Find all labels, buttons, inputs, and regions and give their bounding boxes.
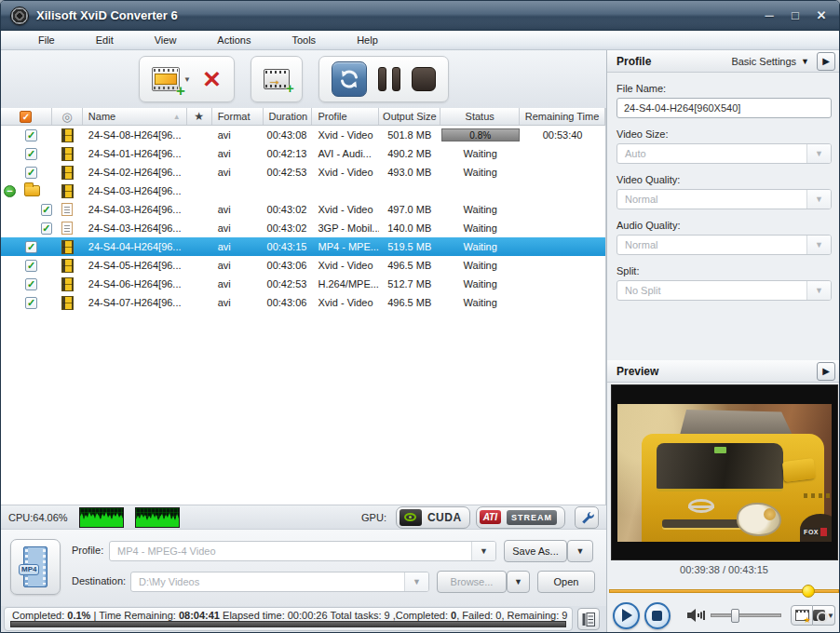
file-name-input[interactable] xyxy=(616,98,832,118)
file-name-label: File Name: xyxy=(616,83,832,94)
status-segment: Completed: xyxy=(12,610,67,621)
select-all-checkbox[interactable]: ✓ xyxy=(20,111,32,123)
header-status[interactable]: Status xyxy=(440,108,520,125)
add-to-list-button[interactable]: →+ xyxy=(264,69,290,89)
cuda-button[interactable]: CUDA xyxy=(396,506,470,529)
video-file-icon xyxy=(61,277,74,291)
table-row[interactable]: ✓24-S4-03-H264[96...avi00:43:02Xvid - Vi… xyxy=(1,200,605,219)
status-box: Completed: 0.1% | Time Remaining: 08:04:… xyxy=(4,607,573,631)
volume-icon[interactable] xyxy=(686,608,705,623)
table-row[interactable]: ✓24-S4-01-H264[96...avi00:42:13AVI - Aud… xyxy=(1,144,605,163)
header-profile[interactable]: Profile xyxy=(312,108,379,125)
video-quality-select[interactable]: Normal ▼ xyxy=(616,189,832,209)
volume-thumb[interactable] xyxy=(731,609,739,623)
size-cell: 490.2 MB xyxy=(379,148,440,159)
menu-item-edit[interactable]: Edit xyxy=(75,34,134,46)
row-checkbox[interactable]: ✓ xyxy=(25,167,37,179)
snapshot-button[interactable]: ▼ xyxy=(813,605,835,626)
status-cell: Waiting xyxy=(440,241,520,252)
row-select-cell: ✓ xyxy=(1,256,52,275)
ati-stream-button[interactable]: ATI STREAM xyxy=(476,506,565,529)
row-checkbox[interactable]: ✓ xyxy=(41,204,52,216)
star-icon: ★ xyxy=(194,110,204,123)
menu-item-help[interactable]: Help xyxy=(336,34,399,46)
file-name-cell: 24-S4-06-H264[96... xyxy=(83,278,187,290)
table-row[interactable]: ✓24-S4-02-H264[96...avi00:42:53Xvid - Vi… xyxy=(1,163,605,182)
preset-dropdown[interactable]: Basic Settings ▼ xyxy=(731,56,809,67)
row-checkbox[interactable]: ✓ xyxy=(25,129,37,141)
menu-item-file[interactable]: File xyxy=(18,34,75,46)
file-name-cell: 24-S4-07-H264[96... xyxy=(83,297,187,308)
header-rating[interactable]: ★ xyxy=(187,108,212,125)
preview-panel-header: Preview ▶ xyxy=(607,360,840,383)
stop-button[interactable] xyxy=(412,67,436,91)
table-row[interactable]: ✓24-S4-03-H264[96...avi00:43:023GP - Mob… xyxy=(1,219,605,237)
convert-button[interactable] xyxy=(332,61,367,97)
remaining-cell: 00:53:40 xyxy=(520,129,605,141)
duration-cell: 00:43:06 xyxy=(264,260,313,271)
row-type-cell xyxy=(52,259,83,273)
header-output-size[interactable]: Output Size xyxy=(379,108,440,125)
profile-combo-arrow-icon[interactable]: ▼ xyxy=(471,542,495,560)
play-button[interactable] xyxy=(613,602,640,629)
file-list-rows: ✓24-S4-08-H264[96...avi00:43:08Xvid - Vi… xyxy=(1,126,605,312)
table-row[interactable]: ✓24-S4-04-H264[96...avi00:43:15MP4 - MPE… xyxy=(1,237,605,256)
row-type-cell xyxy=(52,296,83,310)
wrench-icon xyxy=(579,510,594,525)
row-checkbox[interactable]: ✓ xyxy=(25,260,37,272)
profile-combo[interactable]: MP4 - MPEG-4 Video ▼ xyxy=(109,541,496,561)
volume-slider[interactable] xyxy=(711,613,781,617)
preview-stop-button[interactable] xyxy=(644,602,671,629)
row-checkbox[interactable]: ✓ xyxy=(41,222,52,235)
open-button[interactable]: Open xyxy=(537,571,595,593)
menu-item-actions[interactable]: Actions xyxy=(196,34,271,46)
task-report-button[interactable] xyxy=(577,608,600,630)
row-checkbox[interactable]: ✓ xyxy=(25,278,37,290)
minimize-button[interactable]: ─ xyxy=(761,8,778,22)
preview-panel-expand-button[interactable]: ▶ xyxy=(817,362,835,381)
menu-item-view[interactable]: View xyxy=(134,34,197,46)
seek-knob[interactable] xyxy=(802,585,815,598)
row-select-cell: ✓ xyxy=(1,126,52,144)
browse-dropdown-button[interactable]: ▼ xyxy=(507,571,530,593)
toolbar-group-convert xyxy=(318,56,449,102)
table-row[interactable]: ✓24-S4-07-H264[96...avi00:43:06Xvid - Vi… xyxy=(1,293,605,312)
add-file-button[interactable]: + ▼ xyxy=(152,67,191,91)
row-checkbox[interactable]: ✓ xyxy=(25,241,37,253)
browse-button[interactable]: Browse... xyxy=(437,571,507,593)
save-as-button[interactable]: Save As... xyxy=(504,540,567,562)
profile-panel-expand-button[interactable]: ▶ xyxy=(817,52,835,71)
table-row[interactable]: ✓24-S4-06-H264[96...avi00:42:53H.264/MPE… xyxy=(1,275,605,293)
maximize-button[interactable]: □ xyxy=(787,8,804,22)
pause-button[interactable] xyxy=(378,67,400,91)
row-checkbox[interactable]: ✓ xyxy=(25,148,37,160)
gpu-settings-button[interactable] xyxy=(575,506,599,529)
table-row[interactable]: ✓24-S4-05-H264[96...avi00:43:06Xvid - Vi… xyxy=(1,256,605,275)
destination-combo[interactable]: D:\My Videos ▼ xyxy=(130,572,429,592)
menu-item-tools[interactable]: Tools xyxy=(271,34,336,46)
header-name[interactable]: Name▲ xyxy=(83,108,187,125)
table-row[interactable]: ✓24-S4-08-H264[96...avi00:43:08Xvid - Vi… xyxy=(1,126,605,144)
save-as-dropdown-button[interactable]: ▼ xyxy=(567,540,593,562)
header-select-all[interactable]: ✓ xyxy=(1,108,52,125)
destination-combo-arrow-icon[interactable]: ▼ xyxy=(404,572,428,591)
profile-cell: Xvid - Video xyxy=(312,129,379,141)
table-row[interactable]: −24-S4-03-H264[96... xyxy=(1,182,605,200)
header-format[interactable]: Format xyxy=(212,108,264,125)
snapshot-to-list-button[interactable] xyxy=(791,605,813,626)
video-file-icon xyxy=(61,128,74,142)
split-select[interactable]: No Split ▼ xyxy=(616,280,832,301)
audio-quality-select[interactable]: Normal ▼ xyxy=(616,235,832,255)
close-button[interactable]: ✕ xyxy=(813,8,830,22)
collapse-button[interactable]: − xyxy=(4,185,16,197)
header-remaining-time[interactable]: Remaining Time xyxy=(520,108,605,125)
video-size-select[interactable]: Auto ▼ xyxy=(616,143,832,164)
profile-panel-header: Profile Basic Settings ▼ ▶ xyxy=(607,50,840,73)
seek-bar[interactable] xyxy=(609,585,839,598)
header-record[interactable]: ◎ xyxy=(52,108,83,125)
duration-cell: 00:43:02 xyxy=(264,222,313,234)
output-format-button[interactable]: MP4 xyxy=(10,539,61,595)
row-checkbox[interactable]: ✓ xyxy=(25,297,37,309)
delete-button[interactable]: ✕ xyxy=(202,67,222,91)
header-duration[interactable]: Duration xyxy=(264,108,313,125)
